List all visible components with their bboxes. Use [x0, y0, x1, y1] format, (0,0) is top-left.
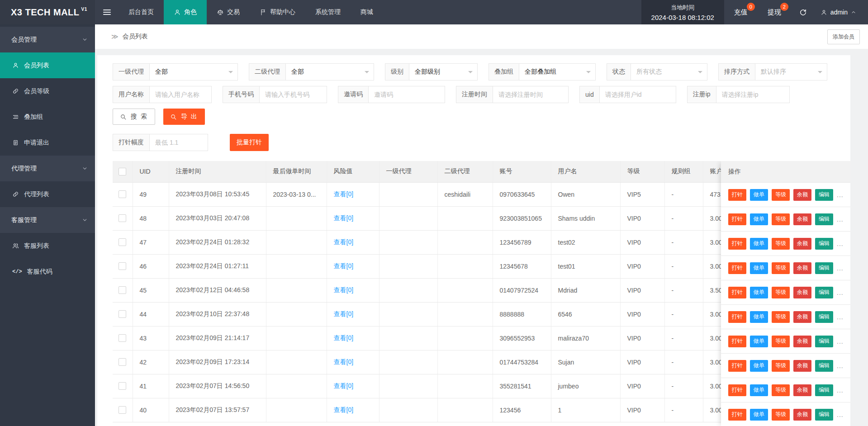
balance-button[interactable]: 余额	[793, 238, 811, 250]
row-checkbox[interactable]	[119, 286, 126, 294]
sidebar-item-exit-request[interactable]: 申请退出	[0, 130, 95, 156]
nav-item-dashboard[interactable]: 后台首页	[119, 0, 164, 24]
add-member-button[interactable]: 添加会员	[827, 29, 860, 44]
agent1-select[interactable]: 全部	[149, 63, 238, 80]
risk-view-link[interactable]: 查看[0]	[334, 310, 354, 317]
sidebar-item-agent-list[interactable]: 代理列表	[0, 181, 95, 207]
inject-button[interactable]: 打针	[728, 311, 746, 323]
inject-button[interactable]: 打针	[728, 262, 746, 274]
reg-time-input[interactable]	[493, 86, 569, 103]
balance-button[interactable]: 余额	[793, 262, 811, 274]
more-actions[interactable]: ...	[837, 338, 844, 345]
recharge-button[interactable]: 充值 0	[724, 0, 758, 24]
more-actions[interactable]: ...	[837, 411, 844, 418]
stack-group-select[interactable]: 全部叠加组	[519, 63, 596, 80]
make-order-button[interactable]: 做单	[750, 189, 768, 201]
row-checkbox[interactable]	[119, 262, 126, 270]
edit-button[interactable]: 编辑	[815, 213, 833, 225]
invite-code-input[interactable]	[368, 86, 445, 103]
inject-button[interactable]: 打针	[728, 360, 746, 372]
search-button[interactable]: 搜 索	[113, 109, 155, 125]
risk-view-link[interactable]: 查看[0]	[334, 382, 354, 389]
refresh-button[interactable]	[791, 0, 815, 24]
risk-view-link[interactable]: 查看[0]	[334, 238, 354, 246]
select-all-checkbox[interactable]	[119, 168, 126, 175]
row-checkbox[interactable]	[119, 190, 126, 198]
make-order-button[interactable]: 做单	[750, 262, 768, 274]
nav-item-roles[interactable]: 角色	[164, 0, 207, 24]
nav-item-mall[interactable]: 商城	[351, 0, 383, 24]
make-order-button[interactable]: 做单	[750, 238, 768, 250]
edit-button[interactable]: 编辑	[815, 384, 833, 396]
level-button[interactable]: 等级	[772, 189, 790, 201]
level-button[interactable]: 等级	[772, 336, 790, 347]
sidebar-group-member-management[interactable]: 会员管理	[0, 27, 95, 52]
inject-button[interactable]: 打针	[728, 189, 746, 201]
inject-button[interactable]: 打针	[728, 287, 746, 298]
make-order-button[interactable]: 做单	[750, 384, 768, 396]
balance-button[interactable]: 余额	[793, 409, 811, 421]
make-order-button[interactable]: 做单	[750, 287, 768, 298]
hamburger-icon[interactable]	[95, 0, 119, 24]
sort-select[interactable]: 默认排序	[755, 63, 827, 80]
nav-item-system[interactable]: 系统管理	[305, 0, 351, 24]
make-order-button[interactable]: 做单	[750, 409, 768, 421]
make-order-button[interactable]: 做单	[750, 213, 768, 225]
balance-button[interactable]: 余额	[793, 189, 811, 201]
more-actions[interactable]: ...	[837, 313, 844, 321]
level-button[interactable]: 等级	[772, 213, 790, 225]
status-select[interactable]: 所有状态	[631, 63, 707, 80]
balance-button[interactable]: 余额	[793, 287, 811, 298]
uid-input[interactable]	[599, 86, 676, 103]
inject-button[interactable]: 打针	[728, 336, 746, 347]
phone-input[interactable]	[259, 86, 327, 103]
make-order-button[interactable]: 做单	[750, 311, 768, 323]
sidebar-group-agent-management[interactable]: 代理管理	[0, 156, 95, 181]
level-button[interactable]: 等级	[772, 360, 790, 372]
edit-button[interactable]: 编辑	[815, 360, 833, 372]
level-button[interactable]: 等级	[772, 287, 790, 298]
edit-button[interactable]: 编辑	[815, 238, 833, 250]
sidebar-item-member-list[interactable]: 会员列表	[0, 52, 95, 78]
sidebar-item-support-list[interactable]: 客服列表	[0, 233, 95, 259]
more-actions[interactable]: ...	[837, 216, 844, 223]
edit-button[interactable]: 编辑	[815, 409, 833, 421]
edit-button[interactable]: 编辑	[815, 262, 833, 274]
level-select[interactable]: 全部级别	[409, 63, 478, 80]
balance-button[interactable]: 余额	[793, 213, 811, 225]
level-button[interactable]: 等级	[772, 384, 790, 396]
inject-button[interactable]: 打针	[728, 409, 746, 421]
more-actions[interactable]: ...	[837, 265, 844, 272]
level-button[interactable]: 等级	[772, 262, 790, 274]
make-order-button[interactable]: 做单	[750, 336, 768, 347]
nav-item-trade[interactable]: 交易	[207, 0, 250, 24]
more-actions[interactable]: ...	[837, 289, 844, 296]
inject-button[interactable]: 打针	[728, 238, 746, 250]
risk-view-link[interactable]: 查看[0]	[334, 358, 354, 365]
level-button[interactable]: 等级	[772, 409, 790, 421]
make-order-button[interactable]: 做单	[750, 360, 768, 372]
level-button[interactable]: 等级	[772, 238, 790, 250]
risk-view-link[interactable]: 查看[0]	[334, 286, 354, 293]
sidebar-item-support-code[interactable]: </> 客服代码	[0, 259, 95, 284]
balance-button[interactable]: 余额	[793, 311, 811, 323]
user-menu[interactable]: admin	[815, 0, 868, 24]
edit-button[interactable]: 编辑	[815, 336, 833, 347]
row-checkbox[interactable]	[119, 382, 126, 390]
inject-button[interactable]: 打针	[728, 384, 746, 396]
row-checkbox[interactable]	[119, 358, 126, 366]
inject-amplitude-input[interactable]	[149, 134, 208, 151]
more-actions[interactable]: ...	[837, 191, 844, 199]
export-button[interactable]: 导 出	[163, 109, 205, 125]
sidebar-group-support-management[interactable]: 客服管理	[0, 207, 95, 233]
balance-button[interactable]: 余额	[793, 384, 811, 396]
edit-button[interactable]: 编辑	[815, 311, 833, 323]
edit-button[interactable]: 编辑	[815, 287, 833, 298]
risk-view-link[interactable]: 查看[0]	[334, 262, 354, 270]
more-actions[interactable]: ...	[837, 387, 844, 394]
risk-view-link[interactable]: 查看[0]	[334, 214, 354, 222]
username-input[interactable]	[149, 86, 212, 103]
more-actions[interactable]: ...	[837, 240, 844, 247]
more-actions[interactable]: ...	[837, 362, 844, 369]
row-checkbox[interactable]	[119, 334, 126, 342]
